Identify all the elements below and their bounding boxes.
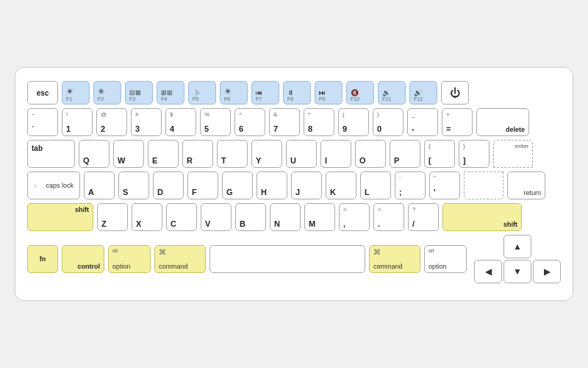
key-semicolon[interactable]: : ; [395, 171, 426, 199]
key-option-left[interactable]: alt option [108, 245, 151, 273]
key-y[interactable]: Y [251, 140, 282, 168]
key-shift-left[interactable]: shift [27, 203, 93, 231]
key-k[interactable]: K [326, 171, 356, 199]
key-quote[interactable]: " ' [429, 171, 460, 199]
bottom-row: fn control alt option ⌘ command ⌘ comman… [27, 235, 561, 283]
key-command-left[interactable]: ⌘ command [154, 245, 206, 273]
key-f4[interactable]: ⊞⊞ F4 [157, 81, 184, 105]
key-f10[interactable]: 🔇 F10 [346, 81, 374, 105]
key-f2[interactable]: ✳ F2 [93, 81, 121, 105]
key-2[interactable]: @ 2 [96, 108, 127, 136]
key-v[interactable]: V [201, 203, 232, 231]
key-n[interactable]: N [270, 203, 301, 231]
key-0[interactable]: ) 0 [373, 108, 404, 136]
key-arrow-right[interactable]: ▶ [533, 260, 561, 283]
key-z[interactable]: Z [97, 203, 128, 231]
key-arrow-left[interactable]: ◀ [474, 260, 502, 283]
key-f6[interactable]: ☀ F6 [220, 81, 248, 105]
key-o[interactable]: O [355, 140, 386, 168]
key-q[interactable]: Q [79, 140, 110, 168]
key-return[interactable]: return [507, 171, 545, 199]
key-backtick[interactable]: ~ ` [27, 108, 58, 136]
key-m[interactable]: M [304, 203, 335, 231]
key-f12[interactable]: 🔊 F12 [409, 81, 437, 105]
key-f11[interactable]: 🔉 F11 [378, 81, 406, 105]
key-l[interactable]: L [360, 171, 391, 199]
key-9[interactable]: ( 9 [338, 108, 369, 136]
key-8[interactable]: * 8 [304, 108, 334, 136]
key-f3[interactable]: ⊟⊠ F3 [125, 81, 153, 105]
key-h[interactable]: H [257, 171, 287, 199]
key-6[interactable]: ^ 6 [234, 108, 265, 136]
key-5[interactable]: % 5 [200, 108, 231, 136]
key-option-right[interactable]: alt option [424, 245, 467, 273]
asdf-row: ○ caps lock A S D F G H J K L : ; " ' re… [27, 171, 561, 199]
key-f9[interactable]: ⏭ F9 [315, 81, 343, 105]
key-enter-bottom[interactable] [464, 171, 503, 199]
keyboard: esc ☀ F1 ✳ F2 ⊟⊠ F3 ⊞⊞ F4 ☽· F5 ☀ F6 ⏮ F… [15, 67, 573, 301]
key-e[interactable]: E [148, 140, 179, 168]
key-enter-top[interactable]: enter [493, 140, 533, 168]
key-period[interactable]: > . [373, 203, 404, 231]
key-d[interactable]: D [153, 171, 184, 199]
key-arrow-up[interactable]: ▲ [503, 235, 531, 258]
arrow-bottom-row: ◀ ▼ ▶ [474, 260, 561, 283]
key-control[interactable]: control [62, 245, 104, 273]
key-t[interactable]: T [217, 140, 248, 168]
key-c[interactable]: C [166, 203, 197, 231]
arrow-keys: ▲ ◀ ▼ ▶ [474, 235, 561, 283]
key-f[interactable]: F [187, 171, 218, 199]
key-f5[interactable]: ☽· F5 [188, 81, 216, 105]
key-x[interactable]: X [132, 203, 162, 231]
key-equals[interactable]: + = [442, 108, 473, 136]
key-comma[interactable]: < , [339, 203, 370, 231]
key-delete[interactable]: delete [476, 108, 529, 136]
key-g[interactable]: G [222, 171, 253, 199]
key-i[interactable]: I [320, 140, 351, 168]
qwerty-row: tab Q W E R T Y U I O P { [ } ] enter [27, 140, 561, 168]
arrow-up-row: ▲ [474, 235, 561, 258]
key-r[interactable]: R [182, 140, 213, 168]
number-row: ~ ` ! 1 @ 2 # 3 $ 4 % 5 ^ 6 & 7 [27, 108, 561, 136]
key-s[interactable]: S [118, 171, 149, 199]
key-esc[interactable]: esc [27, 81, 58, 105]
key-shift-right[interactable]: shift [442, 203, 522, 231]
key-command-right[interactable]: ⌘ command [369, 245, 420, 273]
key-3[interactable]: # 3 [131, 108, 162, 136]
key-fn[interactable]: fn [27, 245, 58, 273]
key-f8[interactable]: ⏸ F8 [283, 81, 311, 105]
key-slash[interactable]: ? / [408, 203, 439, 231]
key-1[interactable]: ! 1 [62, 108, 93, 136]
key-u[interactable]: U [286, 140, 317, 168]
key-spacebar[interactable] [209, 245, 365, 273]
key-7[interactable]: & 7 [269, 108, 300, 136]
key-open-bracket[interactable]: { [ [424, 140, 455, 168]
key-p[interactable]: P [390, 140, 420, 168]
key-tab[interactable]: tab [27, 140, 75, 168]
key-b[interactable]: B [235, 203, 266, 231]
key-arrow-down[interactable]: ▼ [503, 260, 531, 283]
key-close-bracket[interactable]: } ] [459, 140, 490, 168]
key-minus[interactable]: _ - [407, 108, 438, 136]
function-row: esc ☀ F1 ✳ F2 ⊟⊠ F3 ⊞⊞ F4 ☽· F5 ☀ F6 ⏮ F… [27, 81, 561, 105]
key-power[interactable]: ⏻ [441, 81, 469, 105]
key-a[interactable]: A [84, 171, 115, 199]
key-f7[interactable]: ⏮ F7 [251, 81, 279, 105]
key-caps-lock[interactable]: ○ caps lock [27, 171, 80, 199]
key-f1[interactable]: ☀ F1 [62, 81, 90, 105]
key-4[interactable]: $ 4 [165, 108, 196, 136]
zxcv-row: shift Z X C V B N M < , > . ? / shift [27, 203, 561, 231]
key-j[interactable]: J [291, 171, 322, 199]
key-w[interactable]: W [113, 140, 144, 168]
